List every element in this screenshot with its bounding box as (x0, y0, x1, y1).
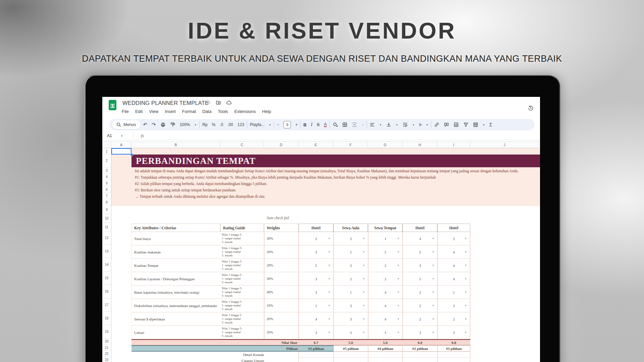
dropdown-caret-icon[interactable]: ▼ (328, 237, 330, 240)
rating-dropdown-cell[interactable]: 5▼ (402, 272, 437, 286)
dropdown-caret-icon[interactable]: ▼ (363, 318, 365, 320)
column-header-A[interactable]: A (111, 141, 131, 148)
decrease-font-size-button[interactable]: − (277, 122, 279, 127)
empty-cell[interactable] (402, 358, 437, 362)
rating-dropdown-cell[interactable]: 3▼ (333, 259, 368, 272)
guide-header-cell[interactable]: Rating Guide (220, 224, 264, 232)
weight-cell[interactable]: 50% (264, 326, 299, 339)
column-header-I[interactable]: I (437, 141, 470, 148)
empty-cell[interactable] (437, 358, 470, 362)
rating-dropdown-cell[interactable]: 3▼ (402, 326, 437, 339)
weight-cell[interactable]: 30% (264, 272, 299, 286)
vendor-header-cell[interactable]: Hotel (299, 224, 333, 232)
rating-dropdown-cell[interactable]: 2▼ (299, 232, 333, 245)
menu-format[interactable]: Format (182, 109, 196, 114)
row-header-1[interactable]: 1 (102, 148, 111, 155)
rating-dropdown-cell[interactable]: 3▼ (333, 326, 368, 339)
dropdown-caret-icon[interactable]: ▼ (328, 251, 330, 253)
dropdown-caret-icon[interactable]: ▼ (363, 291, 365, 294)
dropdown-caret-icon[interactable]: ▼ (465, 251, 467, 253)
document-title[interactable]: WEDDING PLANNER TEMPLATE (122, 100, 209, 106)
rating-dropdown-cell[interactable]: 3▼ (299, 245, 333, 259)
dropdown-caret-icon[interactable]: ▼ (465, 318, 467, 320)
text-color-button[interactable]: A (324, 122, 327, 127)
attribute-cell[interactable]: Kualitas Tempat (131, 259, 220, 272)
vendor-header-cell[interactable]: Hotel (437, 224, 470, 232)
font-size-input[interactable]: 9 (283, 121, 291, 128)
rating-dropdown-cell[interactable]: 4▼ (368, 286, 402, 299)
rating-guide-cell[interactable]: Nilai 1 hingga 5:1: sangat mahal5: murah (220, 232, 264, 245)
insert-chart-icon[interactable] (453, 122, 459, 127)
empty-cell[interactable] (333, 358, 368, 362)
font-family-select[interactable]: Playfa... (250, 122, 264, 127)
dropdown-caret-icon[interactable]: ▼ (363, 331, 365, 334)
table-views-icon[interactable] (473, 122, 478, 127)
rating-dropdown-cell[interactable]: 5▼ (368, 245, 402, 259)
attribute-cell[interactable]: Setoran $ diperlukan (131, 312, 220, 326)
dropdown-caret-icon[interactable]: ▼ (465, 237, 467, 240)
dropdown-caret-icon[interactable]: ▼ (465, 264, 467, 267)
rating-dropdown-cell[interactable]: 3▼ (299, 326, 333, 339)
menu-tools[interactable]: Tools (218, 109, 228, 114)
weight-cell[interactable]: 20% (264, 312, 299, 326)
empty-cell[interactable] (299, 352, 333, 358)
menu-view[interactable]: View (149, 109, 158, 114)
rating-dropdown-cell[interactable]: 4▼ (368, 299, 402, 312)
rating-guide-cell[interactable]: Nilai 1 hingga 5:1: sangat mahal5: murah (220, 272, 264, 286)
menu-help[interactable]: Help (262, 109, 271, 114)
rating-dropdown-cell[interactable]: 2▼ (333, 272, 368, 286)
dropdown-caret-icon[interactable]: ▼ (397, 237, 399, 240)
menus-search-button[interactable]: Menus (112, 120, 141, 129)
dropdown-caret-icon[interactable]: ▼ (432, 304, 434, 307)
rating-dropdown-cell[interactable]: 4▼ (402, 232, 437, 245)
attribute-cell[interactable]: Kualitas Layanan / Dukungan Pelanggan (131, 272, 220, 286)
merge-cells-icon[interactable] (352, 122, 357, 127)
weight-cell[interactable]: 10% (264, 299, 299, 312)
attribute-cell[interactable]: Batas kapasitas (misalnya, min/maks oran… (131, 286, 220, 299)
functions-button[interactable]: Σ (489, 122, 492, 127)
rating-dropdown-cell[interactable]: 4▼ (437, 245, 470, 259)
dropdown-caret-icon[interactable]: ▼ (397, 318, 399, 320)
borders-icon[interactable] (342, 122, 347, 127)
rating-guide-cell[interactable]: Nilai 1 hingga 5:1: sangat mahal5: murah (220, 286, 264, 299)
column-header-F[interactable]: F (333, 141, 368, 148)
rating-dropdown-cell[interactable]: 3▼ (333, 312, 368, 326)
attribute-cell[interactable]: Total biaya (131, 232, 220, 245)
horizontal-align-icon[interactable] (370, 122, 375, 127)
strikethrough-button[interactable]: S (317, 122, 319, 127)
rating-dropdown-cell[interactable]: 2▼ (368, 272, 402, 286)
row-header-10[interactable]: 10 (102, 214, 111, 223)
rating-dropdown-cell[interactable]: 3▼ (333, 299, 368, 312)
attribute-cell[interactable]: Lokasi (131, 326, 220, 339)
attribute-cell[interactable]: Fleksibilitas (misalnya, ketersediaan ta… (131, 299, 220, 312)
rating-dropdown-cell[interactable]: 1▼ (368, 326, 402, 339)
menu-extensions[interactable]: Extensions (234, 109, 256, 114)
currency-format-button[interactable]: Rp (202, 122, 207, 127)
cloud-status-icon[interactable] (226, 100, 232, 105)
dropdown-caret-icon[interactable]: ▼ (432, 291, 434, 294)
rating-dropdown-cell[interactable]: 2▼ (368, 259, 402, 272)
row-header-8[interactable]: 8 (102, 199, 111, 205)
rating-dropdown-cell[interactable]: 4▼ (299, 312, 333, 326)
dropdown-caret-icon[interactable]: ▼ (363, 264, 365, 267)
move-to-folder-icon[interactable] (216, 100, 221, 105)
row-header-7[interactable]: 7 (102, 193, 111, 199)
rating-guide-cell[interactable]: Nilai 1 hingga 5:1: sangat mahal5: murah (220, 299, 264, 312)
column-header-E[interactable]: E (299, 141, 333, 148)
row-header-2[interactable]: 2 (102, 155, 111, 167)
row-header-3[interactable]: 3 (102, 167, 111, 174)
empty-cell[interactable] (402, 352, 437, 358)
weight-cell[interactable]: 30% (264, 232, 299, 245)
dropdown-caret-icon[interactable]: ▼ (432, 318, 434, 320)
rating-dropdown-cell[interactable]: 1▼ (437, 286, 470, 299)
menu-edit[interactable]: Edit (135, 109, 143, 114)
text-rotation-icon[interactable]: A (418, 122, 423, 127)
number-format-button[interactable]: 123 (237, 122, 244, 127)
dropdown-caret-icon[interactable]: ▼ (432, 237, 434, 240)
dropdown-caret-icon[interactable]: ▼ (397, 304, 399, 307)
rating-dropdown-cell[interactable]: 4▼ (437, 272, 470, 286)
attr-header-cell[interactable]: Key Attributes / Criterias (131, 224, 220, 232)
rating-guide-cell[interactable]: Nilai 1 hingga 5:1: sangat mahal5: murah (220, 259, 264, 272)
rating-dropdown-cell[interactable]: 3▼ (437, 299, 470, 312)
rating-dropdown-cell[interactable]: 1▼ (333, 286, 368, 299)
